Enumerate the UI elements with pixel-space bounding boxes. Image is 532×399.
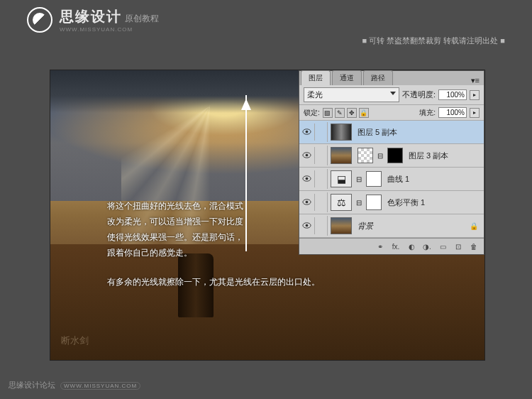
layer-name[interactable]: 背景 <box>355 221 373 231</box>
layer-spacer <box>315 192 328 212</box>
image-canvas: 将这个扭曲好的光线去色，混合模式 改为柔光，可以适当增强一下对比度 使得光线效果… <box>50 70 485 361</box>
visibility-toggle[interactable] <box>299 217 315 234</box>
ground-area <box>50 244 484 360</box>
lock-label: 锁定: <box>304 108 320 118</box>
svg-point-7 <box>306 201 309 204</box>
text-line: 跟着你自己的感觉走。 <box>107 245 243 261</box>
tab-channels[interactable]: 通道 <box>332 70 362 85</box>
layer-thumbnail[interactable] <box>331 147 352 164</box>
visibility-toggle[interactable] <box>299 124 315 141</box>
layer-spacer <box>315 216 328 236</box>
adjustment-thumbnail[interactable]: ⚖ <box>331 194 352 211</box>
brand-header: 思缘设计 原创教程 WWW.MISSYUAN.COM <box>27 7 159 33</box>
text-line: 将这个扭曲好的光线去色，混合模式 <box>107 198 243 214</box>
logo-icon <box>27 7 52 33</box>
mask-link-icon[interactable]: ⊟ <box>376 152 384 160</box>
layer-row[interactable]: ⚖ ⊟ 色彩平衡 1 <box>299 191 484 214</box>
adjustment-layer-icon[interactable]: ◑. <box>421 241 433 251</box>
layer-mask-thumbnail[interactable] <box>366 195 382 210</box>
lock-icons: ▧ ✎ ✥ 🔒 <box>323 108 369 118</box>
text-line: 改为柔光，可以适当增强一下对比度 <box>107 214 243 229</box>
layer-spacer <box>315 169 328 189</box>
layer-name[interactable]: 图层 3 副本 <box>406 151 448 161</box>
footer-url: WWW.MISSYUAN.COM <box>60 382 140 390</box>
svg-point-5 <box>306 177 309 180</box>
panel-footer: ⚭ fx. ◐ ◑. ▭ ⊡ 🗑 <box>299 238 484 254</box>
opacity-input[interactable]: 100% <box>438 89 467 100</box>
layer-mask-thumbnail[interactable] <box>366 171 382 187</box>
layer-thumbnail[interactable] <box>331 124 352 141</box>
brand-title: 思缘设计 <box>60 9 122 24</box>
blend-mode-value: 柔光 <box>307 89 323 100</box>
layer-name[interactable]: 曲线 1 <box>384 174 409 185</box>
lock-transparency-icon[interactable]: ▧ <box>323 108 333 118</box>
svg-point-1 <box>306 131 309 133</box>
watermark: 断水剑 <box>61 334 89 347</box>
panel-tabs: 图层 通道 路径 ▾≡ <box>299 71 484 85</box>
instruction-text-1: 将这个扭曲好的光线去色，混合模式 改为柔光，可以适当增强一下对比度 使得光线效果… <box>107 198 243 261</box>
mask-link-icon[interactable]: ⊟ <box>355 175 363 183</box>
instruction-text-2: 有多余的光线就擦除一下，尤其是光线在云层的出口处。 <box>107 276 320 288</box>
layer-row[interactable]: ⊟ 图层 3 副本 <box>299 144 484 168</box>
tab-paths[interactable]: 路径 <box>363 70 393 85</box>
layer-mask-thumbnail[interactable] <box>387 148 403 163</box>
group-icon[interactable]: ▭ <box>437 241 448 251</box>
visibility-toggle[interactable] <box>299 147 315 164</box>
footer-text: 思缘设计论坛 <box>9 381 55 389</box>
layer-name[interactable]: 图层 5 副本 <box>355 127 397 138</box>
layer-style-icon[interactable]: fx. <box>390 241 401 251</box>
lock-icon: 🔒 <box>470 222 478 230</box>
lock-pixels-icon[interactable]: ✎ <box>335 108 345 118</box>
annotation-arrow <box>245 95 247 251</box>
mask-link-icon[interactable]: ⊟ <box>355 199 363 207</box>
delete-layer-icon[interactable]: 🗑 <box>468 241 480 251</box>
layer-row[interactable]: 图层 5 副本 <box>299 121 484 144</box>
lock-fill-row: 锁定: ▧ ✎ ✥ 🔒 填充: 100% ▸ <box>299 105 484 121</box>
fill-input[interactable]: 100% <box>438 107 467 118</box>
panel-menu-icon[interactable]: ▾≡ <box>467 76 484 85</box>
svg-point-9 <box>306 224 309 227</box>
adjustment-thumbnail[interactable]: ⬓ <box>331 170 352 187</box>
layer-row[interactable]: ⬓ ⊟ 曲线 1 <box>299 168 484 191</box>
brand-url: WWW.MISSYUAN.COM <box>60 26 159 33</box>
lock-all-icon[interactable]: 🔒 <box>359 108 369 118</box>
layer-name[interactable]: 色彩平衡 1 <box>384 197 425 208</box>
blend-mode-dropdown[interactable]: 柔光 <box>304 87 399 102</box>
lock-position-icon[interactable]: ✥ <box>347 108 357 118</box>
brand-subtitle: 原创教程 <box>125 13 159 23</box>
layer-spacer <box>315 146 328 165</box>
fill-flyout-icon[interactable]: ▸ <box>470 108 480 118</box>
opacity-label: 不透明度: <box>402 89 436 100</box>
visibility-toggle[interactable] <box>299 170 315 187</box>
fill-label: 填充: <box>419 108 436 118</box>
header-notice: ■ 可转 禁盗禁翻禁裁剪 转载请注明出处 ■ <box>362 35 505 46</box>
svg-point-3 <box>306 154 309 157</box>
blend-opacity-row: 柔光 不透明度: 100% ▸ <box>299 85 484 105</box>
text-line: 使得光线效果强一些。还是那句话， <box>107 229 243 245</box>
layers-panel: 图层 通道 路径 ▾≡ 柔光 不透明度: 100% ▸ 锁定: ▧ ✎ ✥ 🔒 … <box>299 70 484 255</box>
link-layers-icon[interactable]: ⚭ <box>375 241 386 251</box>
new-layer-icon[interactable]: ⊡ <box>453 241 464 251</box>
layer-mask-icon[interactable]: ◐ <box>406 241 417 251</box>
layer-thumbnail-trans[interactable] <box>358 148 373 163</box>
visibility-toggle[interactable] <box>299 194 315 211</box>
dropdown-arrow-icon <box>390 92 396 98</box>
opacity-flyout-icon[interactable]: ▸ <box>470 90 480 100</box>
layer-spacer <box>315 122 328 142</box>
layer-thumbnail[interactable] <box>331 217 352 234</box>
tab-layers[interactable]: 图层 <box>301 70 331 85</box>
page-footer: 思缘设计论坛 WWW.MISSYUAN.COM <box>9 380 140 390</box>
layer-row[interactable]: 背景 🔒 <box>299 214 484 238</box>
